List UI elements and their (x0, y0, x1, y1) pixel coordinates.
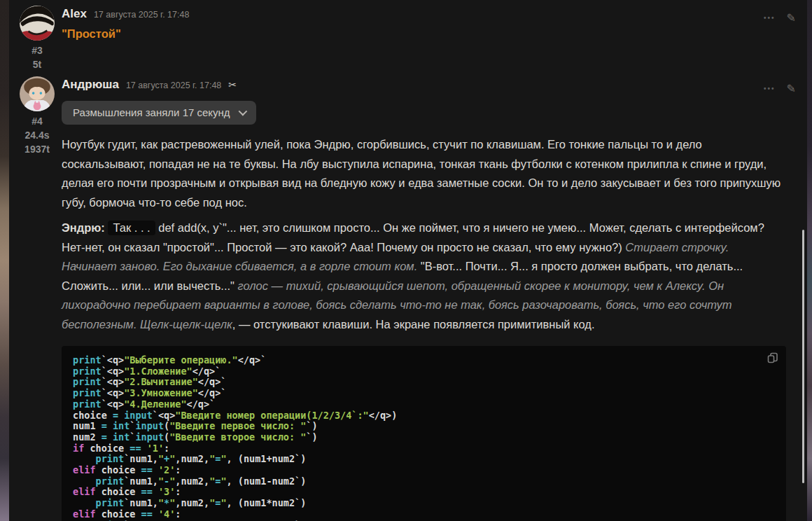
code-line: num2 = int`input("Введите второе число: … (73, 432, 758, 443)
code-line: print`<q>"4.Деление"</q>` (73, 399, 758, 410)
generation-time: 24.4s (9, 128, 65, 142)
code-block-content: print`<q>"Выберите операцию."</q>`print`… (73, 355, 758, 521)
message-timestamp: 17 августа 2025 г. 17:48 (94, 10, 189, 20)
message-number: #4 (9, 114, 65, 128)
andryusha-avatar[interactable] (20, 76, 55, 111)
code-block: print`<q>"Выберите операцию."</q>`print`… (62, 346, 786, 521)
author-name: Андрюша (62, 78, 119, 92)
message-paragraph-2: Эндрю: Так . . . def add(x, y`"... нет, … (62, 218, 786, 334)
code-line: if choice == '1': (73, 443, 758, 454)
edit-message-icon[interactable]: ✎ (787, 11, 796, 25)
scissors-icon: ✂ (228, 79, 237, 90)
code-line: print`num1,"-",num2,"=", (num1-num2`) (73, 476, 758, 487)
message-andryusha: #4 24.4s 1937t Андрюша 17 августа 2025 г… (9, 71, 807, 521)
message-andryusha-header: Андрюша 17 августа 2025 г. 17:48 ✂ (62, 71, 786, 92)
reasoning-toggle-label: Размышления заняли 17 секунд (73, 106, 230, 118)
edit-message-icon[interactable]: ✎ (787, 82, 796, 95)
scrollbar[interactable] (802, 230, 804, 483)
message-andryusha-gutter: #4 24.4s 1937t (9, 71, 65, 156)
code-line: num1 = int`input("Введите первое число: … (73, 421, 758, 432)
author-name: Alex (62, 7, 87, 21)
code-line: choice = input`<q>"Введите номер операци… (73, 410, 758, 422)
message-alex-header: Alex 17 августа 2025 г. 17:48 (62, 0, 786, 21)
code-line: elif choice == '3': (73, 487, 758, 498)
message-alex-gutter: #3 5t (9, 0, 65, 71)
chat-panel: #3 5t Alex 17 августа 2025 г. 17:48 "Про… (9, 0, 807, 521)
message-alex-text: "Простой" (62, 27, 786, 41)
reasoning-toggle-button[interactable]: Размышления заняли 17 секунд (62, 101, 256, 125)
message-paragraph-1: Ноутбук гудит, как растревоженный улей, … (62, 135, 786, 212)
code-line: print`<q>"2.Вычитание"</q>` (73, 377, 758, 388)
wallpaper-left-edge (0, 0, 9, 521)
andryusha-avatar-image (20, 76, 55, 111)
message-andryusha-content: Андрюша 17 августа 2025 г. 17:48 ✂ Размы… (62, 71, 786, 521)
message-alex-content: Alex 17 августа 2025 г. 17:48 "Простой" (62, 0, 786, 41)
message-options-icon[interactable]: ••• (764, 85, 776, 92)
paragraph-segment-chip: Так . . . (108, 221, 155, 235)
code-line: print`num1,"+",num2,"=", (num1+num2`) (73, 454, 758, 465)
alex-avatar-image (20, 6, 55, 41)
chevron-down-icon (238, 107, 247, 116)
chat-app: { "icons": { "options_glyph": "•••", "ed… (0, 0, 812, 521)
alex-avatar[interactable] (20, 6, 55, 41)
copy-code-icon[interactable] (767, 352, 778, 363)
paragraph-segment-bold: Эндрю: (62, 221, 108, 234)
paragraph-segment-normal: , — отстукивают клавиши. На экране появл… (232, 318, 595, 331)
wallpaper-right-edge (807, 0, 812, 521)
message-number: #3 (9, 43, 65, 57)
message-alex: #3 5t Alex 17 августа 2025 г. 17:48 "Про… (9, 0, 807, 71)
token-count: 1937t (9, 142, 65, 156)
code-line: elif choice == '2': (73, 465, 758, 476)
code-line: print`<q>"1.Сложение"</q>` (73, 366, 758, 377)
code-line: print`<q>"3.Умножение"</q>` (73, 388, 758, 399)
copy-icon-glyph (767, 352, 778, 363)
message-alex-actions: ••• ✎ (764, 11, 796, 25)
token-count: 5t (9, 57, 65, 71)
message-andryusha-actions: ••• ✎ (764, 82, 796, 95)
message-timestamp: 17 августа 2025 г. 17:48 (126, 81, 221, 90)
message-options-icon[interactable]: ••• (764, 14, 776, 22)
code-line: print`<q>"Выберите операцию."</q>` (73, 355, 758, 366)
code-line: elif choice == '4': (73, 509, 758, 520)
code-line: print`num1,"*",num2,"=", (num1*num2`) (73, 498, 758, 509)
